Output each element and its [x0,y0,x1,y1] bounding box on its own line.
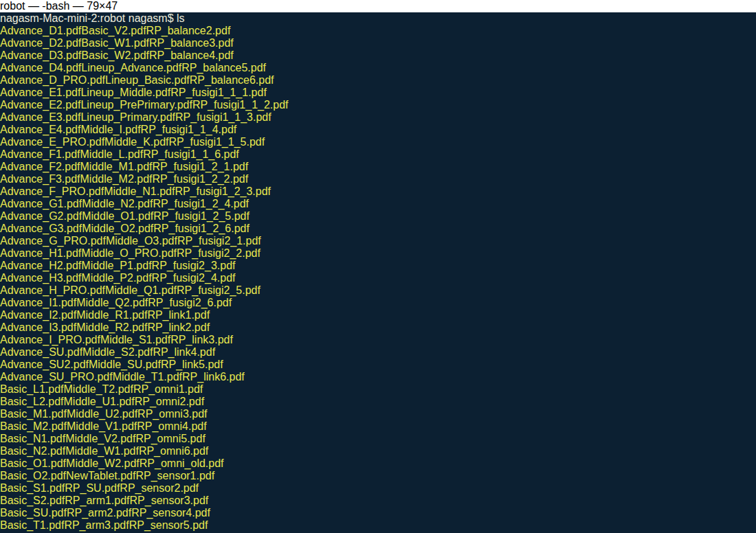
terminal-file-entry: Advance_G2.pdf [0,210,82,222]
terminal-file-entry: Basic_SU.pdf [0,507,67,519]
terminal-file-entry: RP_fusigi1_2_3.pdf [175,185,271,197]
terminal-file-entry: Advance_G1.pdf [0,198,82,209]
terminal-file-entry: Advance_F3.pdf [0,173,80,185]
terminal-file-entry: Middle_W1.pdf [65,445,139,457]
terminal-file-entry: Basic_L2.pdf [0,396,64,407]
terminal-line: Basic_L1.pdfMiddle_T2.pdfRP_omni1.pdf [0,383,756,396]
terminal-file-entry: RP_link6.pdf [182,371,245,383]
terminal-file-entry: Middle_M1.pdf [80,161,153,172]
terminal-file-entry: Middle_U2.pdf [67,408,137,420]
terminal-file-entry: RP_fusigi1_1_3.pdf [175,111,271,123]
terminal-file-entry: RP_fusigi2_1.pdf [177,235,261,247]
terminal-line: Basic_M2.pdfMiddle_V1.pdfRP_omni4.pdf [0,420,756,433]
terminal-line: Basic_N1.pdfMiddle_V2.pdfRP_omni5.pdf [0,433,756,445]
terminal-line: Advance_F1.pdfMiddle_L.pdfRP_fusigi1_1_6… [0,148,756,161]
terminal-file-entry: RP_omni6.pdf [139,445,208,457]
terminal-file-entry: Middle_L.pdf [80,148,144,160]
terminal-file-entry: Advance_E_PRO.pdf [0,136,104,148]
terminal-title: robot — -bash — 79×47 [0,0,756,12]
terminal-file-entry: RP_fusigi2_3.pdf [152,260,236,271]
terminal-file-entry: RP_fusigi2_6.pdf [148,297,232,308]
terminal-file-entry: Advance_F2.pdf [0,161,80,172]
terminal-file-entry: RP_link2.pdf [147,321,210,333]
terminal-file-entry: Middle_SU.pdf [89,359,161,370]
terminal-line: Basic_M1.pdfMiddle_U2.pdfRP_omni3.pdf [0,408,756,420]
terminal-file-entry: RP_link1.pdf [147,309,210,321]
terminal-line: Advance_D3.pdfBasic_W2.pdfRP_balance4.pd… [0,49,756,62]
terminal-line: Advance_F_PRO.pdfMiddle_N1.pdfRP_fusigi1… [0,185,756,198]
terminal-file-entry: RP_balance3.pdf [149,37,234,49]
terminal-file-entry: Middle_Q1.pdf [105,284,177,296]
terminal-file-entry: RP_link4.pdf [153,346,215,358]
terminal-line: Advance_I1.pdfMiddle_Q2.pdfRP_fusigi2_6.… [0,297,756,309]
terminal-file-entry: Basic_V2.pdf [81,25,146,36]
terminal-line: Advance_D4.pdfLineup_Advance.pdfRP_balan… [0,62,756,74]
terminal-line: Advance_H1.pdfMiddle_O_PRO.pdfRP_fusigi2… [0,247,756,260]
terminal-file-entry: RP_omni1.pdf [133,383,203,395]
terminal-file-entry: Lineup_Basic.pdf [105,74,190,86]
terminal-file-entry: RP_arm1.pdf [65,495,129,506]
terminal-file-entry: Middle_I.pdf [80,124,140,135]
terminal-file-entry: RP_balance6.pdf [190,74,274,86]
terminal-title-text: robot — -bash — 79×47 [0,0,118,12]
terminal-line: Advance_F3.pdfMiddle_M2.pdfRP_fusigi1_2_… [0,173,756,185]
terminal-file-entry: Advance_D1.pdf [0,25,81,36]
terminal-file-entry: RP_link3.pdf [170,334,233,345]
terminal-line: Advance_G3.pdfMiddle_O2.pdfRP_fusigi1_2_… [0,223,756,235]
terminal-file-entry: Advance_E4.pdf [0,124,80,135]
terminal-file-entry: Middle_Q2.pdf [76,297,148,308]
terminal-file-entry: RP_fusigi1_2_5.pdf [153,210,249,222]
terminal-file-entry: Basic_L1.pdf [0,383,64,395]
terminal-file-entry: Advance_G3.pdf [0,223,82,234]
terminal-output: nagasm-Mac-mini-2:robot nagasm$ lsAdvanc… [0,12,756,533]
terminal-file-entry: Basic_N2.pdf [0,445,65,457]
terminal-file-entry: Middle_N2.pdf [82,198,153,209]
terminal-file-entry: Advance_SU.pdf [0,346,82,358]
terminal-file-entry: Basic_M2.pdf [0,420,67,432]
terminal-file-entry: Basic_S2.pdf [0,495,65,506]
terminal-line: Advance_G_PRO.pdfMiddle_O3.pdfRP_fusigi2… [0,235,756,247]
terminal-line: Basic_S1.pdfRP_SU.pdfRP_sensor2.pdf [0,482,756,495]
terminal-file-entry: RP_fusigi1_2_4.pdf [153,198,249,209]
terminal-file-entry: Advance_H2.pdf [0,260,81,271]
terminal-file-entry: RP_sensor2.pdf [120,482,199,494]
terminal-line: Basic_N2.pdfMiddle_W1.pdfRP_omni6.pdf [0,445,756,457]
terminal-file-entry: Advance_I1.pdf [0,297,76,308]
terminal-file-entry: Middle_P2.pdf [81,272,151,284]
desktop[interactable]: { "terminal": { "title": "robot — -bash … [0,0,756,533]
terminal-line: Advance_G2.pdfMiddle_O1.pdfRP_fusigi1_2_… [0,210,756,223]
terminal-line: Advance_I2.pdfMiddle_R1.pdfRP_link1.pdf [0,309,756,321]
terminal-line: nagasm-Mac-mini-2:robot nagasm$ ls [0,12,756,25]
terminal-line: Advance_SU_PRO.pdfMiddle_T1.pdfRP_link6.… [0,371,756,383]
terminal-file-entry: Advance_I3.pdf [0,321,76,333]
terminal-file-entry: Advance_G_PRO.pdf [0,235,106,247]
terminal-line: Advance_D2.pdfBasic_W1.pdfRP_balance3.pd… [0,37,756,49]
terminal-file-entry: Advance_D4.pdf [0,62,81,73]
terminal-file-entry: RP_fusigi1_1_6.pdf [143,148,239,160]
terminal-file-entry: Advance_E3.pdf [0,111,80,123]
terminal-file-entry: Basic_O2.pdf [0,470,66,481]
terminal-file-entry: Middle_O1.pdf [82,210,153,222]
terminal-file-entry: RP_balance2.pdf [146,25,231,36]
terminal-content[interactable]: nagasm-Mac-mini-2:robot nagasm$ lsAdvanc… [0,12,756,533]
terminal-line: Advance_F2.pdfMiddle_M1.pdfRP_fusigi1_2_… [0,161,756,173]
terminal-file-entry: RP_balance4.pdf [149,49,234,61]
terminal-file-entry: Middle_T1.pdf [113,371,182,383]
terminal-titlebar[interactable]: robot — -bash — 79×47 [0,0,756,12]
terminal-window[interactable]: robot — -bash — 79×47 nagasm-Mac-mini-2:… [0,0,756,533]
terminal-file-entry: Advance_H_PRO.pdf [0,284,105,296]
terminal-file-entry: RP_fusigi2_4.pdf [152,272,236,284]
terminal-file-entry: Lineup_Advance.pdf [81,62,181,73]
terminal-file-entry: Basic_T1.pdf [0,519,64,531]
shell-prompt: nagasm-Mac-mini-2:robot nagasm$ ls [0,12,185,24]
terminal-file-entry: Basic_O1.pdf [0,457,66,469]
terminal-file-entry: Basic_W2.pdf [81,49,149,61]
terminal-line: Basic_SU.pdfRP_arm2.pdfRP_sensor4.pdf [0,507,756,519]
terminal-file-entry: Middle_R1.pdf [76,309,147,321]
terminal-line: Advance_E2.pdfLineup_PrePrimary.pdfRP_fu… [0,99,756,111]
terminal-file-entry: RP_balance5.pdf [181,62,266,73]
terminal-file-entry: RP_sensor1.pdf [135,470,214,481]
terminal-file-entry: Advance_E2.pdf [0,99,80,111]
terminal-line: Advance_E3.pdfLineup_Primary.pdfRP_fusig… [0,111,756,124]
terminal-line: Advance_I_PRO.pdfMiddle_S1.pdfRP_link3.p… [0,334,756,346]
